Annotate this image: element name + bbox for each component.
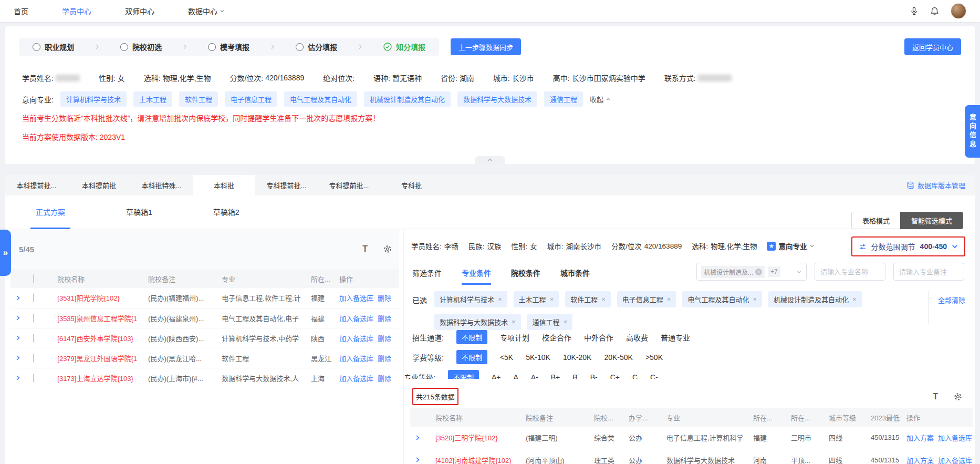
selected-major-tag[interactable]: 土木工程× bbox=[514, 291, 559, 307]
major-note-input[interactable] bbox=[893, 263, 964, 281]
add-backup-link[interactable]: 加入备选库 bbox=[339, 375, 373, 383]
tab-filter-conditions[interactable]: 筛选条件 bbox=[412, 267, 442, 285]
tuition-option[interactable]: >50K bbox=[645, 353, 663, 362]
school-name-link[interactable]: [6147]西安外事学院{103} bbox=[57, 335, 133, 343]
tuition-option-unlimited[interactable]: 不限制 bbox=[456, 350, 487, 364]
remove-tag-icon[interactable]: × bbox=[564, 318, 568, 326]
nav-teacher-center[interactable]: 双师中心 bbox=[125, 6, 154, 16]
grade-option[interactable]: B- bbox=[590, 373, 598, 379]
add-backup-link[interactable]: 加入备选库 bbox=[339, 355, 373, 363]
delete-link[interactable]: 删除 bbox=[378, 335, 391, 343]
avatar[interactable] bbox=[951, 3, 966, 19]
step-career-planning[interactable]: 职业规划 bbox=[33, 42, 74, 52]
delete-link[interactable]: 删除 bbox=[378, 355, 391, 363]
delete-link[interactable]: 删除 bbox=[378, 315, 391, 323]
grade-option[interactable]: B+ bbox=[551, 373, 560, 379]
table-mode-button[interactable]: 表格模式 bbox=[851, 212, 900, 229]
major-name-input[interactable] bbox=[815, 263, 885, 281]
return-student-center-button[interactable]: 返回学员中心 bbox=[904, 38, 961, 55]
major-tag[interactable]: 通信工程 bbox=[544, 91, 583, 107]
grade-option[interactable]: B bbox=[572, 373, 577, 379]
selected-major-tag[interactable]: 电子信息工程× bbox=[617, 291, 676, 307]
selected-major-tag[interactable]: 电气工程及其自动化× bbox=[682, 291, 762, 307]
grade-option[interactable]: A bbox=[513, 373, 518, 379]
row-checkbox[interactable] bbox=[33, 334, 34, 343]
major-tag[interactable]: 数据科学与大数据技术 bbox=[457, 91, 537, 107]
remove-tag-icon[interactable]: × bbox=[512, 318, 516, 326]
major-tag[interactable]: 电气工程及其自动化 bbox=[284, 91, 357, 107]
bell-icon[interactable] bbox=[930, 7, 939, 16]
tab-zhuanke-tiqianpi-b[interactable]: 专科提前批... bbox=[318, 175, 380, 195]
selected-major-tag[interactable]: 数据科学与大数据技术× bbox=[434, 314, 521, 330]
add-plan-link[interactable]: 加入方案 bbox=[906, 457, 934, 464]
text-size-icon[interactable]: T bbox=[933, 392, 938, 401]
selected-major-tag[interactable]: 机械设计制造及其自动化× bbox=[768, 291, 862, 307]
gear-icon[interactable] bbox=[383, 245, 392, 253]
tuition-option[interactable]: <5K bbox=[500, 353, 513, 362]
school-name-link[interactable]: [3535]泉州信息工程学院{1 bbox=[57, 315, 137, 323]
selected-major-tag[interactable]: 通信工程× bbox=[527, 314, 573, 330]
expand-row-icon[interactable] bbox=[414, 435, 421, 441]
channel-option[interactable]: 校企合作 bbox=[542, 332, 571, 343]
tab-draft-2[interactable]: 草稿箱2 bbox=[208, 195, 245, 229]
remove-tag-icon[interactable]: × bbox=[601, 295, 606, 303]
add-backup-link[interactable]: 加入备选库 bbox=[938, 434, 972, 442]
expand-row-icon[interactable] bbox=[15, 315, 21, 321]
major-multi-select[interactable]: 机械设计制造及... × +7 bbox=[696, 263, 807, 281]
remove-tag-icon[interactable]: × bbox=[852, 295, 857, 303]
channel-option[interactable]: 普通专业 bbox=[661, 332, 690, 343]
row-checkbox[interactable] bbox=[33, 374, 34, 383]
nav-data-center[interactable]: 数据中心 bbox=[188, 6, 225, 16]
add-backup-link[interactable]: 加入备选库 bbox=[339, 315, 373, 323]
nav-home[interactable]: 首页 bbox=[14, 6, 28, 16]
tab-college-conditions[interactable]: 院校条件 bbox=[511, 267, 540, 285]
tab-draft-1[interactable]: 草稿箱1 bbox=[121, 195, 158, 229]
step-known-score-application[interactable]: 知分填报 bbox=[383, 42, 425, 52]
major-tag[interactable]: 软件工程 bbox=[179, 91, 218, 107]
grade-option[interactable]: C- bbox=[650, 373, 658, 379]
row-checkbox[interactable] bbox=[33, 354, 34, 363]
selected-major-tag[interactable]: 软件工程× bbox=[565, 291, 611, 307]
tab-benkepi[interactable]: 本科批 bbox=[193, 175, 255, 195]
intention-info-side-tab[interactable]: 意向信息 bbox=[965, 105, 980, 158]
add-backup-link[interactable]: 加入备选库 bbox=[339, 294, 373, 302]
tab-zhuankepi[interactable]: 专科批 bbox=[380, 175, 443, 195]
smart-filter-mode-button[interactable]: 智能筛选模式 bbox=[900, 212, 963, 229]
major-tag[interactable]: 计算机科学与技术 bbox=[60, 91, 127, 107]
major-tag[interactable]: 电子信息工程 bbox=[225, 91, 277, 107]
grade-option[interactable]: A- bbox=[531, 373, 538, 379]
step-mock-application[interactable]: 模考填报 bbox=[208, 42, 249, 52]
school-name-link[interactable]: [3173]上海立达学院{103} bbox=[57, 375, 133, 383]
tuition-option[interactable]: 5K-10K bbox=[526, 353, 550, 362]
school-name-link[interactable]: [2379]黑龙江外国语学院{1 bbox=[57, 355, 137, 363]
school-name-link[interactable]: [4102]河南城建学院{102} bbox=[435, 457, 512, 464]
remove-tag-icon[interactable]: × bbox=[498, 295, 502, 303]
add-plan-link[interactable]: 加入方案 bbox=[906, 434, 934, 442]
row-checkbox[interactable] bbox=[33, 293, 34, 302]
step-estimated-application[interactable]: 估分填报 bbox=[296, 42, 337, 52]
school-name-link[interactable]: [3520]三明学院{102} bbox=[435, 434, 498, 442]
tab-zhuanke-tiqianpi-a[interactable]: 专科提前批... bbox=[255, 175, 318, 195]
tab-city-conditions[interactable]: 城市条件 bbox=[560, 267, 590, 285]
gear-icon[interactable] bbox=[954, 393, 962, 401]
remove-tag-icon[interactable]: × bbox=[667, 295, 671, 303]
add-backup-link[interactable]: 加入备选库 bbox=[938, 457, 972, 464]
expand-row-icon[interactable] bbox=[15, 375, 21, 381]
collapse-majors-link[interactable]: 收起 bbox=[590, 94, 611, 104]
tab-official-plan[interactable]: 正式方案 bbox=[30, 195, 70, 229]
nav-student-center[interactable]: 学员中心 bbox=[62, 6, 91, 16]
tab-benke-tiqianpi-a[interactable]: 本科提前批... bbox=[5, 175, 68, 195]
remove-option-icon[interactable]: × bbox=[755, 269, 762, 275]
expand-row-icon[interactable] bbox=[15, 355, 21, 361]
select-all-checkbox[interactable] bbox=[33, 274, 34, 283]
grade-option[interactable]: A+ bbox=[492, 373, 501, 379]
channel-option[interactable]: 专项计划 bbox=[500, 332, 529, 343]
text-size-icon[interactable]: T bbox=[362, 244, 368, 254]
expand-panel-handle[interactable]: » bbox=[0, 230, 11, 276]
channel-option-unlimited[interactable]: 不限制 bbox=[456, 330, 487, 344]
delete-link[interactable]: 删除 bbox=[378, 294, 391, 302]
grade-option[interactable]: C bbox=[632, 373, 638, 379]
channel-option[interactable]: 中外合作 bbox=[584, 332, 613, 343]
intention-majors-dropdown[interactable]: ★ 意向专业 bbox=[767, 241, 815, 251]
tuition-option[interactable]: 20K-50K bbox=[604, 353, 632, 362]
